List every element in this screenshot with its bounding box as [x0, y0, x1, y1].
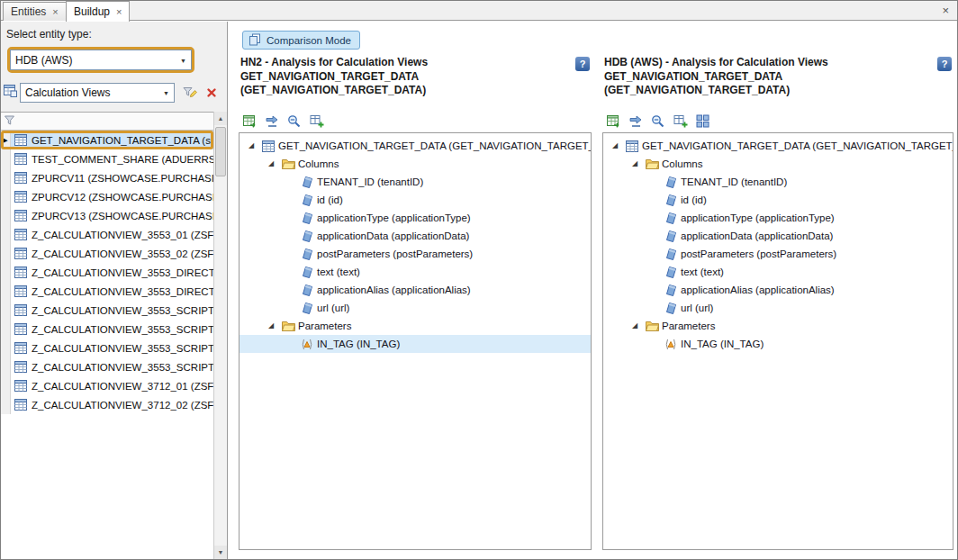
panel-title-line1: HDB (AWS) - Analysis for Calculation Vie…: [604, 56, 926, 70]
tab-entities[interactable]: Entities ×: [3, 2, 67, 21]
list-item[interactable]: Z_CALCULATIONVIEW_3712_01 (ZSF: [1, 376, 213, 395]
entity-type-dropdown-value: HDB (AWS): [15, 54, 73, 67]
add-table-icon[interactable]: [673, 113, 688, 129]
expander-icon[interactable]: ◢: [268, 322, 280, 330]
tree-item[interactable]: url (url): [240, 299, 591, 317]
expander-icon[interactable]: ◢: [632, 322, 644, 330]
entity-type-highlight-box: HDB (AWS) ▼: [7, 47, 194, 73]
tree-item[interactable]: ◢Parameters: [240, 317, 591, 335]
entity-type-dropdown[interactable]: HDB (AWS) ▼: [10, 50, 192, 70]
tree-item[interactable]: ◢GET_NAVIGATION_TARGET_DATA (GET_NAVIGAT…: [240, 137, 591, 155]
expander-icon[interactable]: ◢: [268, 160, 280, 167]
calculation-views-icon: [4, 85, 19, 99]
tree-item[interactable]: applicationAlias (applicationAlias): [240, 281, 591, 299]
sidebar-scrollbar[interactable]: ▲ ▼: [213, 112, 227, 559]
clear-filter-icon[interactable]: [203, 84, 221, 102]
filter-edit-icon[interactable]: [181, 84, 199, 102]
column-icon: [663, 230, 679, 242]
list-item[interactable]: Z_CALCULATIONVIEW_3553_DIRECT: [1, 263, 213, 282]
expander-icon[interactable]: ◢: [249, 142, 260, 149]
tree-item-label: applicationType (applicationType): [315, 212, 471, 223]
excel-export-icon[interactable]: [241, 113, 257, 129]
transfer-icon[interactable]: [264, 113, 279, 129]
tree-item[interactable]: id (id): [603, 191, 953, 209]
scroll-down-icon[interactable]: ▼: [214, 546, 227, 559]
tree-item[interactable]: text (text): [603, 263, 953, 281]
tree-item[interactable]: applicationType (applicationType): [240, 209, 591, 227]
zoom-icon[interactable]: [286, 113, 302, 129]
panel-title-line2: GET_NAVIGATION_TARGET_DATA: [240, 70, 565, 85]
panel-title: HN2 - Analysis for Calculation Views GET…: [240, 56, 565, 98]
tab-buildup[interactable]: Buildup ×: [66, 1, 130, 22]
list-item-label: Z_CALCULATIONVIEW_3712_01 (ZSF: [31, 381, 213, 392]
current-row-arrow-icon: ▶: [3, 137, 7, 144]
list-item[interactable]: ▶GET_NAVIGATION_TARGET_DATA (s: [1, 131, 213, 149]
tree-item[interactable]: TENANT_ID (tenantID): [240, 173, 591, 191]
chevron-down-icon: ▼: [163, 90, 169, 96]
tree-item-label: applicationAlias (applicationAlias): [315, 285, 471, 295]
window-close-icon[interactable]: ×: [942, 4, 949, 17]
list-item[interactable]: Z_CALCULATIONVIEW_3553_01 (ZSF: [1, 225, 213, 244]
tree-item[interactable]: postParameters (postParameters): [240, 245, 591, 263]
list-item[interactable]: ZPURCV11 (ZSHOWCASE.PURCHASIN: [1, 168, 213, 187]
entity-list-filter-row[interactable]: [1, 113, 213, 131]
zoom-icon[interactable]: [650, 113, 665, 129]
list-item[interactable]: Z_CALCULATIONVIEW_3712_02 (ZSF: [1, 395, 213, 414]
tab-close-icon[interactable]: ×: [52, 7, 58, 16]
tree-item-label: GET_NAVIGATION_TARGET_DATA (GET_NAVIGATI…: [276, 140, 591, 151]
comparison-mode-button[interactable]: Comparison Mode: [242, 31, 360, 50]
excel-export-icon[interactable]: [605, 113, 620, 129]
tree-item[interactable]: url (url): [603, 299, 953, 317]
list-item-label: Z_CALCULATIONVIEW_3712_02 (ZSF: [31, 400, 213, 411]
tree-item[interactable]: text (text): [240, 263, 591, 281]
help-icon[interactable]: ?: [575, 57, 590, 71]
tree-item[interactable]: applicationAlias (applicationAlias): [603, 281, 953, 299]
list-item[interactable]: Z_CALCULATIONVIEW_3553_02 (ZSF: [1, 244, 213, 263]
tree-item[interactable]: ◢Parameters: [603, 317, 953, 335]
tree-item[interactable]: ◢GET_NAVIGATION_TARGET_DATA (GET_NAVIGAT…: [603, 137, 953, 155]
tree-item[interactable]: applicationType (applicationType): [603, 209, 953, 227]
row-gutter: [1, 225, 11, 244]
tree-item[interactable]: id (id): [240, 191, 591, 209]
transfer-icon[interactable]: [628, 113, 643, 129]
analysis-panel-left: HN2 - Analysis for Calculation Views GET…: [239, 56, 592, 550]
list-item[interactable]: TEST_COMMENT_SHARE (ADUERRST: [1, 149, 213, 168]
list-item[interactable]: Z_CALCULATIONVIEW_3553_SCRIPT: [1, 339, 213, 357]
tree-item-label: TENANT_ID (tenantID): [679, 176, 787, 187]
list-item[interactable]: Z_CALCULATIONVIEW_3553_SCRIPT: [1, 320, 213, 339]
tree-item-label: Parameters: [660, 321, 715, 331]
tree-item-label: text (text): [679, 266, 724, 277]
scroll-up-icon[interactable]: ▲: [214, 112, 227, 125]
tree-item[interactable]: IN_TAG (IN_TAG): [603, 335, 953, 353]
list-item-label: ZPURCV11 (ZSHOWCASE.PURCHASIN: [31, 173, 213, 184]
row-gutter: ▶: [1, 131, 11, 149]
tree-item[interactable]: TENANT_ID (tenantID): [603, 173, 953, 191]
add-table-icon[interactable]: [309, 113, 324, 129]
list-item[interactable]: ZPURCV13 (ZSHOWCASE.PURCHASIN: [1, 206, 213, 225]
expander-icon[interactable]: ◢: [612, 142, 624, 149]
tab-close-icon[interactable]: ×: [116, 7, 122, 16]
list-item[interactable]: ZPURCV12 (ZSHOWCASE.PURCHASIN: [1, 187, 213, 206]
tree-item[interactable]: applicationData (applicationData): [240, 227, 591, 245]
scrollbar-thumb[interactable]: [215, 127, 226, 176]
list-item[interactable]: Z_CALCULATIONVIEW_3553_SCRIPT: [1, 357, 213, 376]
table-icon: [11, 153, 31, 165]
row-gutter: [1, 376, 11, 395]
tree-item[interactable]: applicationData (applicationData): [603, 227, 953, 245]
expander-icon[interactable]: ◢: [632, 160, 644, 167]
list-item[interactable]: Z_CALCULATIONVIEW_3553_SCRIPT: [1, 301, 213, 320]
column-icon: [299, 303, 315, 314]
column-icon: [663, 248, 679, 260]
column-icon: [299, 285, 315, 296]
tree-item[interactable]: IN_TAG (IN_TAG): [240, 335, 591, 353]
parameter-icon: [299, 339, 315, 350]
view-type-dropdown[interactable]: Calculation Views ▼: [20, 83, 175, 103]
tree-item[interactable]: postParameters (postParameters): [603, 245, 953, 263]
help-icon[interactable]: ?: [937, 57, 952, 71]
list-item-label: GET_NAVIGATION_TARGET_DATA (s: [31, 135, 211, 146]
list-item[interactable]: Z_CALCULATIONVIEW_3553_DIRECT: [1, 282, 213, 301]
comparison-area: Comparison Mode HN2 - Analysis for Calcu…: [229, 22, 957, 559]
tree-item[interactable]: ◢Columns: [240, 155, 591, 173]
tree-item[interactable]: ◢Columns: [603, 155, 953, 173]
matrix-icon[interactable]: [695, 113, 710, 129]
